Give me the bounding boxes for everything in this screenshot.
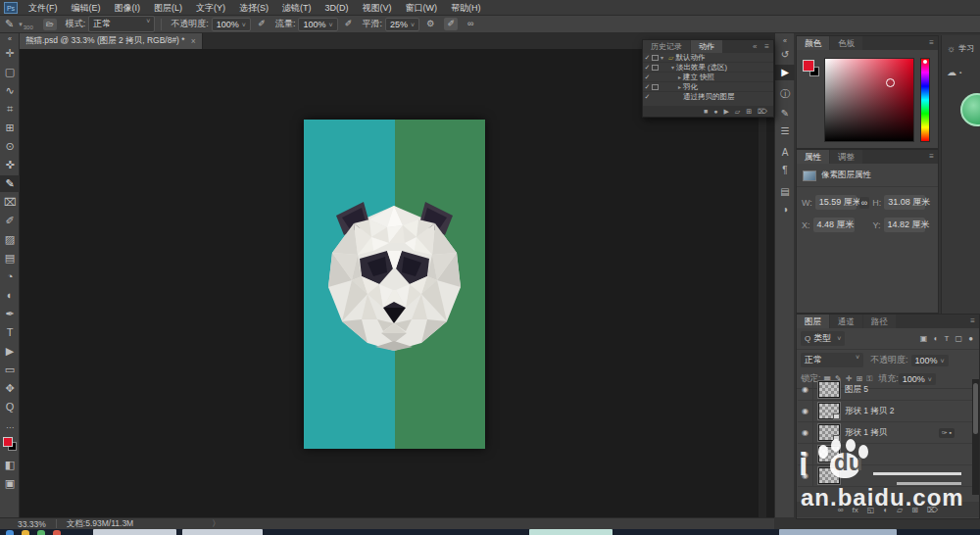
opacity-select[interactable]: 100%˅: [212, 18, 251, 31]
collapse-tools-icon[interactable]: «: [0, 35, 20, 43]
collapse-dock-icon[interactable]: «: [775, 37, 795, 45]
layer-row-1[interactable]: ◉ 图层 5: [798, 379, 979, 401]
paragraph-panel-icon[interactable]: ¶: [775, 163, 795, 178]
menu-edit[interactable]: 编辑(E): [65, 0, 108, 16]
taskbar-app-icon[interactable]: [53, 530, 61, 535]
taskbar-window-button[interactable]: [93, 529, 176, 535]
modal-toggle-icon[interactable]: [652, 65, 659, 71]
character-panel-icon[interactable]: A: [775, 145, 795, 161]
tool-zoom[interactable]: Q: [0, 399, 20, 415]
layers-panel-menu-icon[interactable]: ≡: [966, 315, 979, 328]
properties-panel-menu-icon[interactable]: ≡: [925, 150, 938, 164]
expand-icon[interactable]: ▸: [652, 73, 681, 80]
learn-panel-button[interactable]: ☼ 学习: [942, 35, 980, 54]
layer-row-3[interactable]: ◉ 形状 1 拷贝 ✑ ▪: [798, 422, 979, 444]
symmetry-icon[interactable]: ∞: [464, 20, 477, 28]
layer-thumbnail[interactable]: [818, 403, 840, 419]
tab-layers[interactable]: 图层: [797, 315, 829, 328]
tool-shape[interactable]: ▭: [0, 362, 20, 378]
brushes-panel-icon[interactable]: ✎: [775, 106, 795, 122]
zoom-level[interactable]: 33.33%: [18, 519, 46, 529]
layer-row-4[interactable]: ◉: [798, 444, 979, 465]
visibility-toggle-icon[interactable]: ◉: [798, 422, 813, 444]
cloud-panel-button[interactable]: ☁ ▪: [942, 54, 980, 77]
new-set-icon[interactable]: ▱: [735, 108, 740, 116]
action-row-make-snapshot[interactable]: ✓ ▸ 建立 快照: [643, 73, 773, 82]
history-panel-icon[interactable]: ↺: [775, 47, 795, 63]
tool-hand[interactable]: ✥: [0, 380, 20, 397]
airbrush-icon[interactable]: ✐: [343, 20, 355, 28]
layer-row-2[interactable]: ◉ 形状 1 拷贝 2: [798, 401, 979, 422]
layer-style-icon[interactable]: fx: [852, 506, 858, 514]
menu-help[interactable]: 帮助(H): [444, 0, 488, 16]
taskbar-window-button[interactable]: [529, 529, 612, 535]
action-check-icon[interactable]: ✓: [643, 83, 652, 91]
taskbar-app-icon[interactable]: [22, 530, 29, 535]
document-canvas[interactable]: [304, 120, 485, 449]
menu-view[interactable]: 视图(V): [356, 0, 399, 16]
new-group-icon[interactable]: ▱: [897, 506, 903, 514]
visibility-toggle-icon[interactable]: ◉: [798, 444, 813, 465]
action-row-feather[interactable]: ✓ ▸ 羽化: [643, 82, 773, 92]
modal-toggle-icon[interactable]: [652, 55, 659, 61]
expand-icon[interactable]: ▸: [661, 83, 681, 90]
tool-screen-mode[interactable]: ▣: [0, 475, 20, 492]
tab-history[interactable]: 历史记录: [643, 40, 690, 53]
tool-path-select[interactable]: ▶: [0, 343, 20, 360]
layer-name[interactable]: 形状 1 拷贝: [845, 427, 887, 439]
canvas-workspace[interactable]: [21, 49, 766, 517]
tool-lasso[interactable]: ∿: [0, 82, 20, 99]
menu-layer[interactable]: 图层(L): [147, 0, 189, 16]
brush-settings-panel-icon[interactable]: ☰: [775, 123, 795, 139]
blend-mode-select[interactable]: 正常˅: [801, 353, 863, 367]
brush-preset-icon[interactable]: ✎: [5, 19, 14, 29]
panel-foreground-swatch[interactable]: [803, 60, 814, 72]
tool-brush[interactable]: ✎: [0, 175, 20, 192]
document-tab[interactable]: 熊猫.psd @ 33.3% (图层 2 拷贝, RGB/8#) * ×: [20, 33, 203, 49]
x-field[interactable]: 4.48 厘米: [813, 218, 855, 232]
pressure-size-icon[interactable]: ✐: [444, 18, 458, 30]
layers-opacity-select[interactable]: 100%˅: [911, 355, 949, 366]
layer-filter-select[interactable]: Q 类型 ˅: [801, 331, 845, 346]
tool-frame[interactable]: ⊞: [0, 120, 20, 136]
tool-history-brush[interactable]: ✐: [0, 213, 20, 229]
tool-more[interactable]: ⋯: [0, 419, 20, 436]
tool-crop[interactable]: ⌗: [0, 101, 20, 118]
color-swatches[interactable]: [3, 437, 17, 451]
actions-panel-menu-icon[interactable]: ≡: [760, 40, 773, 53]
mode-select[interactable]: 正常˅: [88, 16, 155, 32]
close-tab-icon[interactable]: ×: [191, 36, 196, 46]
record-icon[interactable]: ●: [713, 108, 717, 115]
visibility-toggle-icon[interactable]: ◉: [798, 379, 813, 401]
new-action-icon[interactable]: ⊞: [746, 108, 752, 116]
tool-healing[interactable]: ✜: [0, 157, 20, 173]
tab-properties[interactable]: 属性: [797, 150, 829, 164]
hue-slider-marker[interactable]: [923, 60, 927, 64]
tool-dodge[interactable]: ◐: [0, 287, 20, 304]
layer-effects-badge-icon[interactable]: ✑ ▪: [939, 428, 955, 438]
tool-type[interactable]: T: [0, 324, 20, 341]
action-check-icon[interactable]: ✓: [643, 54, 652, 62]
color-picker-marker[interactable]: [886, 78, 895, 87]
layer-row-5[interactable]: ◉: [798, 465, 979, 487]
status-chevron-icon[interactable]: 〉: [212, 518, 220, 530]
tool-clone-stamp[interactable]: ⌧: [0, 194, 20, 211]
width-field[interactable]: 15.59 厘米: [815, 195, 857, 210]
tool-eyedropper[interactable]: ⊙: [0, 138, 20, 155]
new-layer-icon[interactable]: ⊞: [911, 506, 918, 514]
height-field[interactable]: 31.08 厘米: [884, 195, 925, 210]
foreground-color-swatch[interactable]: [3, 437, 13, 447]
y-field[interactable]: 14.82 厘米: [884, 218, 925, 232]
tool-gradient[interactable]: ▤: [0, 250, 20, 267]
taskbar-app-icon[interactable]: [37, 530, 45, 535]
smoothing-select[interactable]: 25%˅: [385, 18, 419, 31]
adjustments-panel-icon[interactable]: ◑: [775, 202, 795, 218]
menu-3d[interactable]: 3D(D): [318, 0, 356, 16]
delete-action-icon[interactable]: ⌦: [758, 108, 767, 116]
tab-channels[interactable]: 通道: [830, 315, 862, 328]
play-icon[interactable]: ▶: [723, 108, 728, 116]
action-check-icon[interactable]: ✓: [643, 73, 652, 81]
menu-image[interactable]: 图像(I): [108, 0, 148, 16]
layer-list-scrollbar-thumb[interactable]: [973, 383, 978, 434]
stop-icon[interactable]: ■: [704, 108, 708, 115]
